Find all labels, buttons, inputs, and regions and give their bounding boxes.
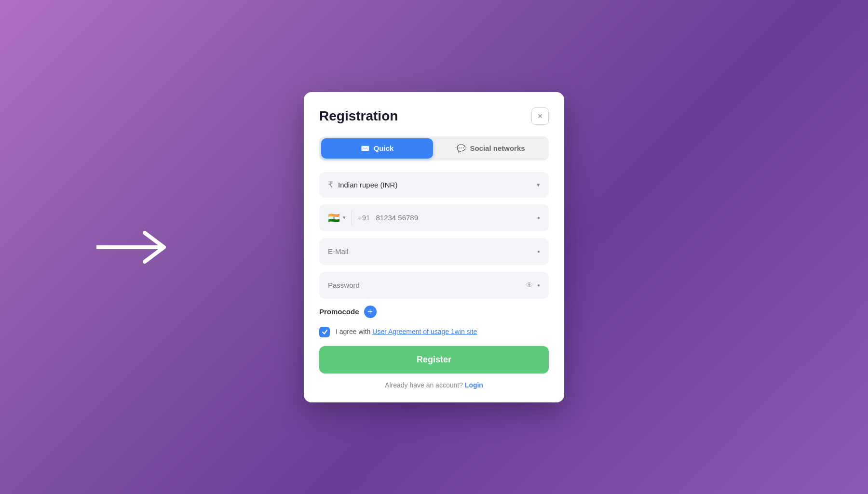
country-selector[interactable]: 🇮🇳 ▾ bbox=[328, 211, 352, 225]
agreement-checkbox[interactable] bbox=[319, 327, 330, 337]
rupee-icon: ₹ bbox=[328, 180, 333, 190]
add-promocode-button[interactable]: + bbox=[364, 306, 377, 318]
required-dot-password: ● bbox=[537, 282, 540, 288]
password-wrapper: 👁 ● bbox=[319, 272, 549, 299]
social-icon: 💬 bbox=[457, 144, 466, 153]
agreement-row: I agree with User Agreement of usage 1wi… bbox=[319, 327, 549, 337]
chevron-down-icon: ▾ bbox=[537, 181, 540, 188]
eye-icon[interactable]: 👁 bbox=[526, 281, 533, 290]
agreement-link[interactable]: User Agreement of usage 1win site bbox=[372, 328, 477, 335]
email-group: ● bbox=[319, 238, 549, 265]
phone-group: 🇮🇳 ▾ +91 ● bbox=[319, 204, 549, 231]
checkmark-icon bbox=[322, 329, 328, 335]
password-input[interactable] bbox=[328, 281, 526, 289]
register-button[interactable]: Register bbox=[319, 346, 549, 374]
flag-icon: 🇮🇳 bbox=[328, 213, 340, 223]
modal-title: Registration bbox=[319, 108, 398, 124]
currency-select[interactable]: ₹ Indian rupee (INR) ▾ bbox=[319, 172, 549, 198]
country-chevron-icon: ▾ bbox=[343, 214, 346, 221]
close-button[interactable]: × bbox=[531, 107, 549, 125]
arrow-decoration bbox=[96, 228, 174, 267]
password-group: 👁 ● bbox=[319, 272, 549, 299]
agreement-text: I agree with User Agreement of usage 1wi… bbox=[336, 327, 477, 337]
arrow-icon bbox=[96, 228, 174, 267]
email-wrapper: ● bbox=[319, 238, 549, 265]
phone-field-container: 🇮🇳 ▾ +91 ● bbox=[319, 204, 549, 231]
envelope-icon: ✉️ bbox=[361, 144, 370, 153]
required-dot-email: ● bbox=[537, 249, 540, 254]
required-dot: ● bbox=[537, 215, 540, 220]
promocode-label: Promocode bbox=[319, 307, 359, 316]
phone-input[interactable] bbox=[370, 214, 537, 222]
country-code: +91 bbox=[352, 214, 370, 222]
tab-group: ✉️ Quick 💬 Social networks bbox=[319, 136, 549, 160]
currency-group: ₹ Indian rupee (INR) ▾ bbox=[319, 172, 549, 198]
modal-footer: Already have an account? Login bbox=[319, 381, 549, 389]
email-input[interactable] bbox=[328, 247, 537, 255]
modal-header: Registration × bbox=[319, 107, 549, 125]
login-link[interactable]: Login bbox=[465, 381, 483, 389]
currency-value: Indian rupee (INR) bbox=[338, 181, 397, 189]
already-account-text: Already have an account? bbox=[385, 381, 463, 389]
registration-modal: Registration × ✉️ Quick 💬 Social network… bbox=[304, 92, 564, 402]
promocode-row: Promocode + bbox=[319, 306, 549, 318]
tab-social-networks[interactable]: 💬 Social networks bbox=[435, 138, 547, 159]
tab-quick[interactable]: ✉️ Quick bbox=[321, 138, 433, 159]
